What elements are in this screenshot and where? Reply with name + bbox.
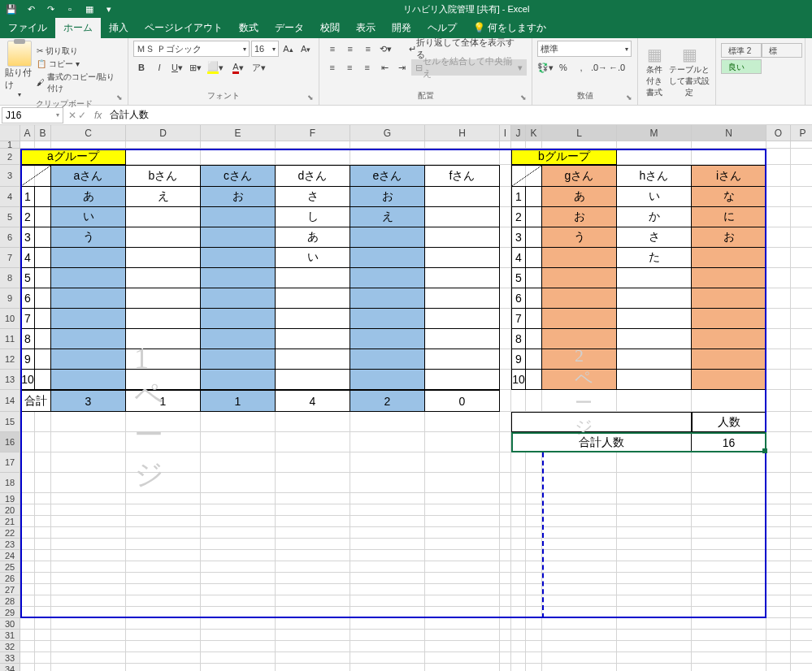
cell[interactable] xyxy=(791,539,812,550)
cell[interactable] xyxy=(617,652,692,664)
cell[interactable] xyxy=(511,390,526,412)
cell[interactable] xyxy=(20,452,35,473)
cell[interactable] xyxy=(350,141,425,149)
cell[interactable] xyxy=(766,573,791,584)
cell[interactable] xyxy=(276,473,350,493)
cell[interactable] xyxy=(617,630,692,641)
cell[interactable] xyxy=(35,187,51,207)
cell[interactable] xyxy=(542,550,617,561)
data-cell[interactable] xyxy=(350,288,425,309)
col-header[interactable]: G xyxy=(350,125,425,141)
cell[interactable] xyxy=(51,527,126,539)
cell[interactable] xyxy=(791,516,812,527)
cell[interactable] xyxy=(692,527,766,539)
cell[interactable] xyxy=(511,452,526,473)
tell-me[interactable]: 💡 何をしますか xyxy=(465,18,554,38)
data-cell[interactable] xyxy=(276,370,350,390)
row-num[interactable]: 7 xyxy=(20,309,35,329)
font-name-dropdown[interactable]: ＭＳ Ｐゴシック▾ xyxy=(133,41,250,57)
col-header[interactable]: H xyxy=(425,125,500,141)
fx-icon[interactable]: fx xyxy=(89,110,106,121)
cell[interactable] xyxy=(511,573,526,584)
cell[interactable] xyxy=(526,584,542,595)
cell[interactable] xyxy=(35,288,51,309)
cell[interactable] xyxy=(766,630,791,641)
cell[interactable] xyxy=(51,493,126,504)
row-header[interactable]: 33 xyxy=(0,652,20,664)
cell[interactable] xyxy=(201,539,276,550)
cell[interactable] xyxy=(51,412,126,432)
cell[interactable] xyxy=(511,607,526,618)
cell[interactable] xyxy=(276,539,350,550)
cell[interactable] xyxy=(425,618,500,630)
align-left-icon[interactable]: ≡ xyxy=(324,59,340,76)
cell[interactable] xyxy=(542,539,617,550)
cell[interactable] xyxy=(500,349,511,370)
cell[interactable] xyxy=(500,573,511,584)
data-cell[interactable] xyxy=(542,329,617,349)
diag-header[interactable] xyxy=(20,165,51,187)
cell[interactable] xyxy=(350,641,425,652)
cell[interactable] xyxy=(35,207,51,227)
italic-button[interactable]: I xyxy=(151,59,167,76)
data-cell[interactable] xyxy=(350,349,425,370)
cell[interactable] xyxy=(766,652,791,664)
cell[interactable] xyxy=(276,527,350,539)
cell[interactable] xyxy=(500,412,511,432)
cell[interactable] xyxy=(425,652,500,664)
data-cell[interactable] xyxy=(542,349,617,370)
col-header[interactable]: B xyxy=(35,125,51,141)
cell[interactable] xyxy=(692,473,766,493)
cell[interactable] xyxy=(692,630,766,641)
cell[interactable] xyxy=(766,595,791,607)
row-header[interactable]: 29 xyxy=(0,607,20,618)
row-num[interactable]: 3 xyxy=(511,227,526,248)
data-cell[interactable] xyxy=(201,370,276,390)
cell[interactable] xyxy=(20,561,35,573)
cell[interactable] xyxy=(766,607,791,618)
cell[interactable] xyxy=(350,412,425,432)
row-header[interactable]: 2 xyxy=(0,149,20,165)
cell[interactable] xyxy=(511,618,526,630)
cell[interactable] xyxy=(425,452,500,473)
cell[interactable] xyxy=(791,527,812,539)
cell[interactable] xyxy=(791,664,812,671)
cell[interactable] xyxy=(276,504,350,516)
cell[interactable] xyxy=(126,412,201,432)
cell[interactable] xyxy=(500,390,511,412)
cell[interactable] xyxy=(35,618,51,630)
data-cell[interactable] xyxy=(201,227,276,248)
total-cell[interactable]: 4 xyxy=(276,390,350,412)
data-cell[interactable] xyxy=(51,370,126,390)
row-header[interactable]: 24 xyxy=(0,550,20,561)
redo-icon[interactable]: ↷ xyxy=(44,2,57,15)
font-color-button[interactable]: A▾ xyxy=(228,59,249,76)
row-num[interactable]: 3 xyxy=(20,227,35,248)
cell[interactable] xyxy=(500,207,511,227)
data-cell[interactable]: う xyxy=(542,227,617,248)
cell[interactable] xyxy=(425,664,500,671)
cell[interactable] xyxy=(617,493,692,504)
cell[interactable] xyxy=(791,227,812,248)
data-cell[interactable] xyxy=(692,248,766,268)
cell[interactable] xyxy=(766,248,791,268)
cell[interactable] xyxy=(526,370,542,390)
cell[interactable] xyxy=(791,149,812,165)
data-cell[interactable]: お xyxy=(692,227,766,248)
cell[interactable] xyxy=(35,309,51,329)
cell[interactable] xyxy=(791,329,812,349)
total-people-value[interactable]: 16 xyxy=(692,432,766,452)
cell[interactable] xyxy=(511,664,526,671)
data-cell[interactable] xyxy=(692,370,766,390)
cell[interactable] xyxy=(766,641,791,652)
cell[interactable] xyxy=(692,561,766,573)
data-cell[interactable] xyxy=(126,329,201,349)
cell[interactable] xyxy=(542,607,617,618)
cell[interactable] xyxy=(35,227,51,248)
cell[interactable] xyxy=(766,504,791,516)
cell[interactable] xyxy=(617,390,692,412)
cell[interactable] xyxy=(500,187,511,207)
cell[interactable] xyxy=(526,349,542,370)
cell[interactable] xyxy=(20,539,35,550)
cell[interactable] xyxy=(511,141,526,149)
